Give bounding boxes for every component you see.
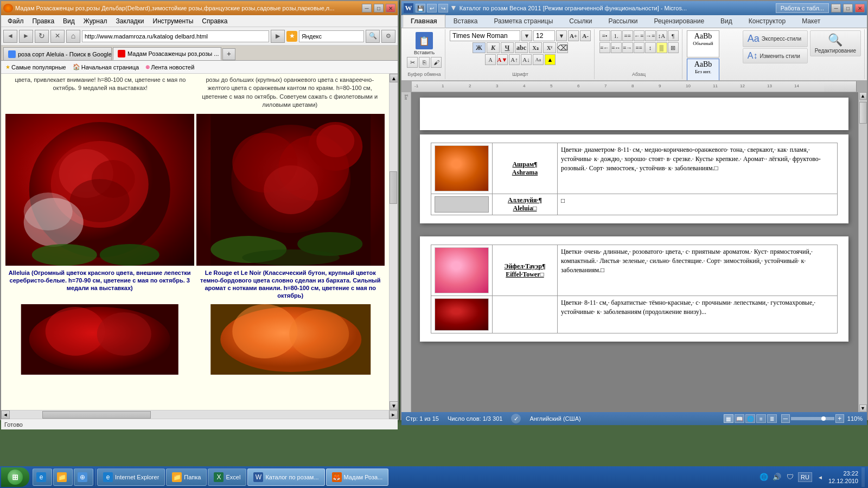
minimize-button[interactable]: ─ [362,4,372,12]
style-no-spacing[interactable]: AaBb Без инт. [687,59,719,81]
word-scroll-up[interactable]: ▲ [859,92,867,100]
subscript-button[interactable]: X₂ [529,42,542,53]
zoom-out-button[interactable]: ─ [781,414,790,423]
font-size-up2[interactable]: A↑ [509,54,520,65]
h-scrollbar-thumb[interactable] [42,411,151,419]
font-grow-button[interactable]: A+ [568,30,579,41]
go-button[interactable]: ▶ [271,30,285,43]
task-folder2[interactable]: 📁 Папка [166,468,207,486]
tray-icon-security[interactable]: 🛡 [785,472,795,482]
task-excel[interactable]: X Excel [208,468,246,486]
align-left-button[interactable]: ≡← [599,42,610,53]
copy-button[interactable]: ⎘ [419,57,430,68]
undo-quick-btn[interactable]: ↩ [427,4,437,12]
font-size-down2[interactable]: A↓ [521,54,532,65]
print-layout-button[interactable]: ▦ [724,414,733,423]
close-button[interactable]: ✕ [386,4,395,12]
menu-bookmarks[interactable]: Закладки [112,16,149,26]
superscript-button[interactable]: X² [543,42,556,53]
search-button[interactable]: 🔍 [366,30,380,43]
table-tools-button[interactable]: Работа с табл... [776,3,829,13]
menu-edit[interactable]: Правка [28,16,59,26]
proofing-icon[interactable]: ✓ [511,414,521,423]
tab-mailings[interactable]: Рассылки [601,15,646,28]
zoom-slider[interactable] [791,417,834,420]
highlight-button[interactable]: ▲ [545,54,556,65]
search-input[interactable] [299,30,364,42]
tab-references[interactable]: Ссылки [561,15,600,28]
full-reading-button[interactable]: 📖 [735,414,744,423]
numbering-button[interactable]: 1. [611,30,622,41]
underline-button[interactable]: Ч [501,42,514,53]
strikethrough-button[interactable]: abc [515,42,528,53]
tab-design[interactable]: Конструктор [741,15,794,28]
decrease-indent-button[interactable]: ←≡ [634,30,644,41]
cut-button[interactable]: ✂ [407,57,418,68]
word-minimize-button[interactable]: ─ [831,4,841,12]
zoom-slider-thumb[interactable] [821,416,826,421]
quick-styles-button[interactable]: Aa Экспресс-стили [743,30,808,47]
maximize-button[interactable]: □ [374,4,384,12]
increase-indent-button[interactable]: →≡ [645,30,656,41]
quicklaunch-explorer[interactable]: ⊕ [74,468,93,486]
quicklaunch-ie[interactable]: e [33,468,52,486]
word-vscroll[interactable]: ▲ ▼ [858,92,867,412]
system-clock[interactable]: 23:22 12.12.2010 [828,470,858,485]
redo-quick-btn[interactable]: ↪ [438,4,448,12]
back-button[interactable]: ◄ [3,30,17,43]
language-button[interactable]: RU [798,472,812,482]
new-tab-button[interactable]: + [222,48,235,60]
quicklaunch-folder[interactable]: 📁 [53,468,73,486]
quick-access-dropdown[interactable]: ▼ [450,4,457,12]
address-bar[interactable] [82,30,269,42]
bullets-button[interactable]: ≡• [599,30,610,41]
tab-view[interactable]: Вид [712,15,741,28]
tab-layout2[interactable]: Макет [794,15,828,28]
editing-button[interactable]: 🔍 Редактирование [810,30,861,56]
justify-button[interactable]: ≡≡ [634,42,644,53]
menu-help[interactable]: Справка [197,16,232,26]
tray-icon-network[interactable]: 🌐 [759,472,769,482]
tab-layout[interactable]: Разметка страницы [486,15,561,28]
menu-view[interactable]: Вид [59,16,79,26]
align-center-button[interactable]: ≡↔ [611,42,622,53]
zoom-in-button[interactable]: + [835,414,844,423]
clear-format-button[interactable]: ⌫ [557,42,568,53]
change-case-button[interactable]: Aa [533,54,544,65]
task-word[interactable]: W Каталог по розам... [247,468,324,486]
tray-icon-volume[interactable]: 🔊 [772,472,782,482]
tab-insert[interactable]: Вставка [445,15,486,28]
bookmark-popular[interactable]: ★ Самые популярные [3,63,68,72]
font-shrink-button[interactable]: A- [580,30,591,41]
forward-button[interactable]: ► [19,30,33,43]
font-name-dropdown[interactable]: ▼ [521,30,532,41]
show-formatting-button[interactable]: ¶ [668,30,679,41]
tab-home[interactable]: Главная [403,15,445,28]
bookmark-news[interactable]: ⊕ Лента новостей [143,63,196,72]
task-ie[interactable]: e Internet Explorer [97,468,165,486]
word-close-button[interactable]: ✕ [855,4,865,12]
horizontal-scrollbar[interactable]: ◄ ► [1,410,398,419]
style-normal[interactable]: AaBb Обычный [687,30,719,57]
scroll-down-button[interactable]: ▼ [390,401,398,410]
bold-button[interactable]: Ж [473,42,486,53]
multilevel-button[interactable]: ≡≡ [622,30,633,41]
font-size-input[interactable] [533,30,555,41]
text-color-dropdown[interactable]: A▼ [497,54,508,65]
font-size-dropdown[interactable]: ▼ [556,30,567,41]
scroll-right-button[interactable]: ► [389,410,398,419]
scrollbar-thumb[interactable] [390,171,397,204]
word-scroll-thumb[interactable] [859,102,867,124]
menu-tools[interactable]: Инструменты [149,16,198,26]
format-painter-button[interactable]: 🖌 [431,57,442,68]
sort-button[interactable]: ↕A [656,30,667,41]
draft-button[interactable]: ≣ [767,414,777,423]
tab-roses-close[interactable]: ✕ [221,51,222,56]
align-right-button[interactable]: ≡→ [622,42,633,53]
change-styles-button[interactable]: A↕ Изменить стили [743,48,808,63]
scroll-left-button[interactable]: ◄ [1,410,10,419]
word-maximize-button[interactable]: □ [843,4,853,12]
word-scroll-down[interactable]: ▼ [859,404,867,412]
tab-roses[interactable]: Мадам Розасаженцы роз,розы ... ✕ [113,47,221,60]
vertical-scrollbar[interactable]: ▲ ▼ [389,74,398,410]
